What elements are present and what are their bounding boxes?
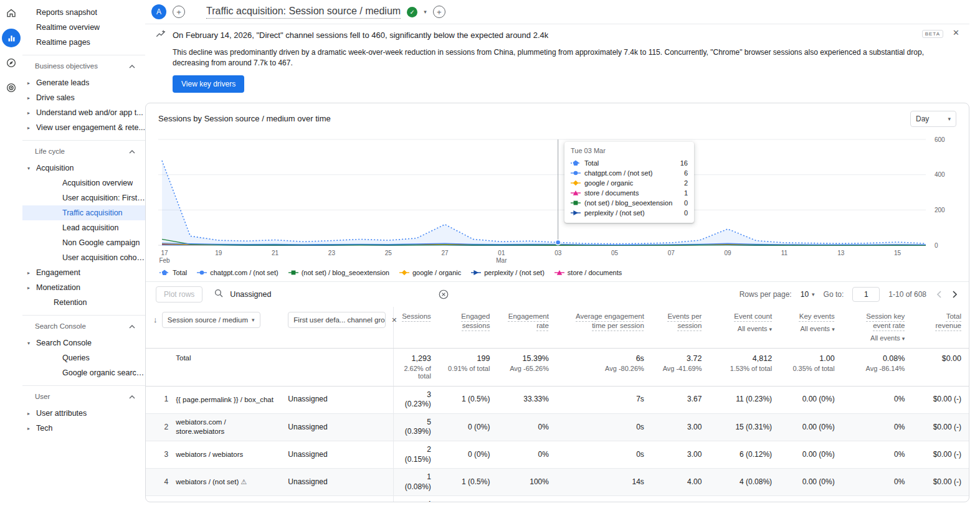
- sidebar-item-label: Realtime pages: [36, 38, 90, 47]
- saved-check-icon[interactable]: ✓: [407, 7, 417, 17]
- sidebar-item[interactable]: Realtime overview: [22, 20, 145, 35]
- table-row: 4webiators / (not set) ⚠Unassigned1 (0.0…: [146, 469, 969, 496]
- metric-cell: 3.00: [652, 496, 710, 502]
- table-search[interactable]: [214, 288, 449, 300]
- sidebar-section-header[interactable]: Life cycle: [22, 142, 145, 161]
- tooltip-series-value: 16: [680, 159, 688, 167]
- column-header[interactable]: Engagement rate: [497, 307, 556, 349]
- chart-legend: Totalchatgpt.com / (not set)(not set) / …: [159, 269, 956, 276]
- insight-headline: On February 14, 2026, "Direct" channel s…: [173, 30, 548, 40]
- avatar[interactable]: A: [151, 4, 166, 19]
- column-event-filter[interactable]: All events ▾: [787, 325, 835, 332]
- column-header[interactable]: Engaged sessions: [439, 307, 498, 349]
- column-header[interactable]: Average engagement time per session: [556, 307, 652, 349]
- legend-item[interactable]: chatgpt.com / (not set): [197, 269, 278, 276]
- sidebar-item[interactable]: ▸View user engagement & rete...: [22, 120, 145, 135]
- sidebar-item[interactable]: Realtime pages: [22, 35, 145, 50]
- view-key-drivers-button[interactable]: View key drivers: [173, 75, 244, 93]
- add-comparison-icon[interactable]: +: [173, 6, 185, 18]
- legend-item[interactable]: perplexity / (not set): [471, 269, 545, 276]
- sidebar-item[interactable]: ▸Tech: [22, 421, 145, 436]
- metric-cell: 0 (0%): [439, 496, 498, 502]
- add-report-icon[interactable]: +: [433, 6, 445, 18]
- sidebar-item[interactable]: Reports snapshot: [22, 5, 145, 20]
- sidebar-item[interactable]: Non Google campaign: [22, 235, 145, 250]
- metric-cell: 0s: [556, 413, 652, 441]
- sort-descending-icon[interactable]: ↓: [153, 315, 158, 324]
- table-section: Plot rows Rows per page: 10: [146, 281, 969, 502]
- sidebar-item[interactable]: Queries: [22, 350, 145, 365]
- remove-dimension-icon[interactable]: ✕: [391, 316, 397, 324]
- table-row: 3webiators / webiatorsUnassigned2 (0.15%…: [146, 441, 969, 468]
- column-header[interactable]: Session key event rateAll events ▾: [842, 307, 913, 349]
- metric-cell: 0s: [556, 441, 652, 468]
- column-header[interactable]: Events per session: [652, 307, 710, 349]
- metric-cell: 0%: [842, 413, 913, 441]
- total-row: Total 1,2932.62% of total1990.91% of tot…: [146, 348, 969, 386]
- next-page-icon[interactable]: [951, 289, 959, 299]
- column-event-filter[interactable]: All events ▾: [850, 334, 905, 342]
- legend-label: Total: [173, 269, 187, 276]
- legend-item[interactable]: (not set) / blog_seoextension: [288, 269, 389, 276]
- goto-input[interactable]: 1: [852, 287, 880, 302]
- metric-cell: 15 (0.31%): [709, 413, 779, 441]
- column-header[interactable]: Total revenue: [912, 307, 969, 349]
- series-marker-icon: [571, 160, 581, 166]
- sidebar-item[interactable]: User acquisition cohorts: [22, 250, 145, 265]
- sidebar-item[interactable]: Traffic acquisition: [22, 205, 145, 220]
- legend-item[interactable]: google / organic: [399, 269, 461, 276]
- sidebar-item[interactable]: Retention: [22, 295, 145, 310]
- metric-cell: 1 (0.5%): [439, 469, 498, 496]
- svg-text:0: 0: [935, 241, 938, 248]
- sidebar-item[interactable]: ▸Engagement: [22, 265, 145, 280]
- legend-label: chatgpt.com / (not set): [210, 269, 278, 276]
- sidebar-item[interactable]: Acquisition overview: [22, 176, 145, 190]
- sidebar-section-header[interactable]: Business objectives: [22, 57, 145, 75]
- sidebar-item[interactable]: ▸User attributes: [22, 406, 145, 421]
- close-icon[interactable]: ✕: [953, 28, 959, 37]
- section-title: Search Console: [35, 322, 86, 330]
- metric-cell: 0%: [842, 441, 913, 468]
- sidebar-item[interactable]: Google organic search traf...: [22, 365, 145, 380]
- expand-arrow-icon: ▸: [27, 95, 36, 101]
- sidebar-item[interactable]: ▸Understand web and/or app t...: [22, 105, 145, 120]
- legend-item[interactable]: store / documents: [554, 269, 622, 276]
- metric-cell: 11 (0.23%): [709, 386, 779, 413]
- table-row: 1{{ page.permalink }} / box_chatUnassign…: [146, 386, 969, 413]
- sidebar-item-label: Acquisition: [36, 164, 74, 172]
- chart-canvas[interactable]: 020040060017Feb192123252701Mar0305070911…: [158, 134, 958, 266]
- rows-per-page-select[interactable]: 10 ▾: [801, 290, 815, 299]
- advertising-icon[interactable]: [2, 78, 21, 97]
- plot-rows-button[interactable]: Plot rows: [156, 286, 202, 302]
- sidebar-item[interactable]: ▾Acquisition: [22, 161, 145, 176]
- secondary-dimension-select[interactable]: First user defa... channel group ▾: [288, 312, 386, 328]
- sidebar-item[interactable]: ▸Drive sales: [22, 90, 145, 105]
- granularity-select[interactable]: Day ▾: [910, 111, 956, 127]
- metric-cell: 14s: [556, 469, 652, 496]
- sidebar-item[interactable]: ▾Search Console: [22, 335, 145, 350]
- sidebar-item[interactable]: User acquisition: First user ...: [22, 190, 145, 205]
- sidebar-section-header[interactable]: Search Console: [22, 317, 145, 335]
- column-header[interactable]: Sessions: [393, 307, 438, 349]
- column-header[interactable]: Key eventsAll events ▾: [779, 307, 842, 349]
- primary-dimension-select[interactable]: Session source / medium ▾: [162, 312, 260, 328]
- prev-page-icon[interactable]: [935, 289, 943, 299]
- sidebar-item[interactable]: ▸Monetization: [22, 280, 145, 295]
- clear-search-icon[interactable]: [438, 289, 449, 300]
- tooltip-series-row: store / documents1: [571, 188, 688, 198]
- sidebar-item[interactable]: Lead acquisition: [22, 220, 145, 235]
- svg-text:Feb: Feb: [159, 257, 170, 264]
- reports-icon[interactable]: [2, 29, 21, 47]
- row-channel-group: Unassigned: [280, 413, 393, 441]
- home-icon[interactable]: [2, 4, 21, 22]
- sidebar-section-header[interactable]: User: [22, 387, 145, 406]
- sidebar-section: Life cycle▾AcquisitionAcquisition overvi…: [22, 140, 145, 310]
- svg-text:03: 03: [554, 250, 562, 256]
- chevron-down-icon[interactable]: ▾: [424, 9, 427, 15]
- legend-item[interactable]: Total: [159, 269, 187, 276]
- column-header[interactable]: Event countAll events ▾: [709, 307, 779, 349]
- column-event-filter[interactable]: All events ▾: [716, 325, 772, 332]
- sidebar-item[interactable]: ▸Generate leads: [22, 75, 145, 90]
- explore-icon[interactable]: [2, 54, 21, 72]
- search-input[interactable]: [229, 289, 433, 299]
